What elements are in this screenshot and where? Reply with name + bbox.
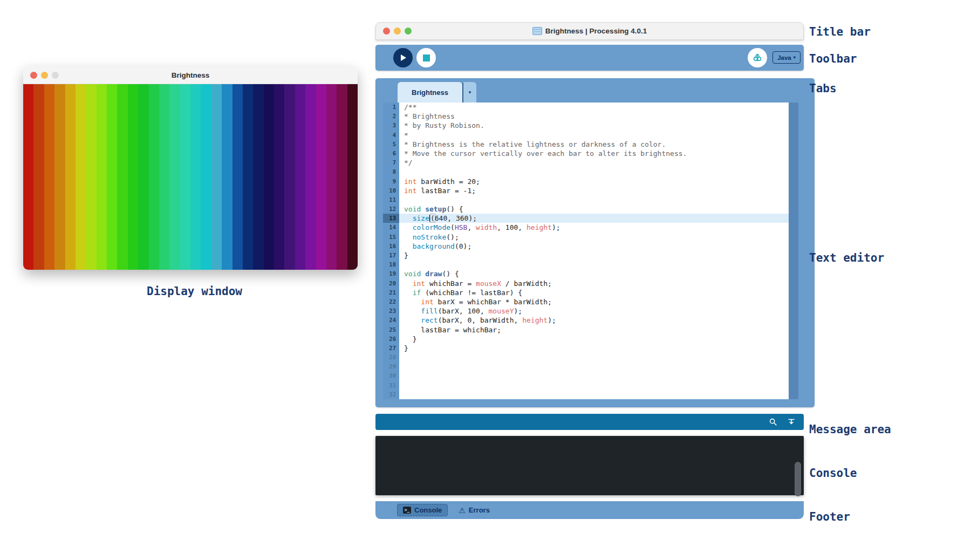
sketch-canvas[interactable] <box>23 84 358 270</box>
color-bar[interactable] <box>264 84 274 270</box>
color-bar[interactable] <box>180 84 190 270</box>
color-bar[interactable] <box>337 84 347 270</box>
line-number[interactable]: 31 <box>383 381 399 390</box>
color-bar[interactable] <box>233 84 243 270</box>
code-line[interactable] <box>399 362 789 371</box>
color-bar[interactable] <box>33 84 44 270</box>
code-line[interactable]: colorMode(HSB, width, 100, height); <box>399 223 789 232</box>
color-bar[interactable] <box>211 84 222 270</box>
line-number[interactable]: 1 <box>383 103 399 112</box>
line-number[interactable]: 16 <box>383 242 399 251</box>
zoom-button[interactable] <box>52 72 59 79</box>
color-bar[interactable] <box>117 84 127 270</box>
color-bar[interactable] <box>159 84 169 270</box>
code-line[interactable] <box>399 390 789 399</box>
line-number[interactable]: 27 <box>383 344 399 353</box>
code-line[interactable]: fill(barX, 100, mouseY); <box>399 306 789 316</box>
tab-menu-button[interactable]: ▾ <box>463 82 476 103</box>
code-line[interactable]: * by Rusty Robison. <box>399 121 789 130</box>
line-number[interactable]: 7 <box>383 158 399 167</box>
line-number[interactable]: 21 <box>383 288 399 297</box>
stop-button[interactable] <box>416 48 436 67</box>
code-line[interactable]: void draw() { <box>399 269 789 278</box>
line-number[interactable]: 8 <box>383 167 399 176</box>
color-bar[interactable] <box>97 84 107 270</box>
line-number[interactable]: 3 <box>383 121 399 130</box>
code-line[interactable]: /** <box>399 103 789 112</box>
color-bar[interactable] <box>23 84 33 270</box>
close-button[interactable] <box>30 72 37 79</box>
code-line[interactable]: * Move the cursor vertically over each b… <box>399 149 789 158</box>
line-number[interactable]: 6 <box>383 149 399 158</box>
code-line[interactable]: } <box>399 251 789 260</box>
code-line[interactable]: int lastBar = -1; <box>399 186 789 195</box>
color-bar[interactable] <box>86 84 96 270</box>
line-number[interactable]: 14 <box>383 223 399 232</box>
footer-tab-console[interactable]: >_ Console <box>397 504 448 516</box>
line-number[interactable]: 19 <box>383 269 399 278</box>
line-number[interactable]: 29 <box>383 362 399 371</box>
zoom-button[interactable] <box>405 28 412 35</box>
line-number[interactable]: 11 <box>383 195 399 204</box>
line-number[interactable]: 5 <box>383 140 399 149</box>
code-line[interactable]: lastBar = whichBar; <box>399 325 789 334</box>
code-line[interactable]: void setup() { <box>399 204 789 214</box>
code-line[interactable]: int whichBar = mouseX / barWidth; <box>399 279 789 288</box>
line-number[interactable]: 22 <box>383 297 399 306</box>
color-bar[interactable] <box>128 84 138 270</box>
code-line[interactable] <box>399 167 789 176</box>
color-bar[interactable] <box>190 84 201 270</box>
color-bar[interactable] <box>347 84 358 270</box>
color-bar[interactable] <box>76 84 86 270</box>
color-bar[interactable] <box>253 84 263 270</box>
code-line[interactable] <box>399 353 789 362</box>
tab-brightness[interactable]: Brightness <box>398 82 462 103</box>
color-bar[interactable] <box>326 84 337 270</box>
line-number[interactable]: 32 <box>383 390 399 399</box>
code-line[interactable]: */ <box>399 158 789 167</box>
line-number[interactable]: 18 <box>383 260 399 269</box>
code-line[interactable]: * <box>399 131 789 140</box>
color-bar[interactable] <box>54 84 65 270</box>
line-number[interactable]: 24 <box>383 316 399 325</box>
line-number[interactable]: 25 <box>383 325 399 334</box>
text-editor[interactable]: 1/**2* Brightness3* by Rusty Robison.4*5… <box>383 103 789 399</box>
line-number[interactable]: 13 <box>383 214 399 223</box>
line-number[interactable]: 9 <box>383 177 399 186</box>
color-bar[interactable] <box>243 84 253 270</box>
color-bar[interactable] <box>169 84 180 270</box>
footer-tab-errors[interactable]: ⚠ Errors <box>459 506 490 514</box>
search-icon[interactable] <box>768 417 778 427</box>
line-number[interactable]: 12 <box>383 204 399 214</box>
scroll-to-bottom-icon[interactable] <box>787 417 796 427</box>
debug-button[interactable] <box>748 48 767 67</box>
line-number[interactable]: 23 <box>383 306 399 316</box>
minimize-button[interactable] <box>394 28 401 35</box>
line-number[interactable]: 10 <box>383 186 399 195</box>
line-number[interactable]: 17 <box>383 251 399 260</box>
console-scrollbar[interactable] <box>795 462 801 496</box>
color-bar[interactable] <box>295 84 305 270</box>
code-line[interactable]: if (whichBar != lastBar) { <box>399 288 789 297</box>
line-number[interactable]: 15 <box>383 233 399 242</box>
color-bar[interactable] <box>201 84 211 270</box>
color-bar[interactable] <box>222 84 232 270</box>
code-line[interactable] <box>399 195 789 204</box>
code-line[interactable] <box>399 381 789 390</box>
color-bar[interactable] <box>149 84 159 270</box>
code-line[interactable]: rect(barX, 0, barWidth, height); <box>399 316 789 325</box>
line-number[interactable]: 20 <box>383 279 399 288</box>
code-line[interactable]: int barX = whichBar * barWidth; <box>399 297 789 306</box>
color-bar[interactable] <box>274 84 284 270</box>
line-number[interactable]: 30 <box>383 371 399 380</box>
color-bar[interactable] <box>305 84 316 270</box>
color-bar[interactable] <box>107 84 117 270</box>
line-number[interactable]: 4 <box>383 131 399 140</box>
mode-dropdown[interactable]: Java ▾ <box>772 51 801 64</box>
code-line[interactable] <box>399 260 789 269</box>
code-line[interactable]: * Brightness <box>399 112 789 121</box>
run-button[interactable] <box>393 48 413 67</box>
close-button[interactable] <box>383 28 390 35</box>
minimize-button[interactable] <box>41 72 48 79</box>
line-number[interactable]: 2 <box>383 112 399 121</box>
